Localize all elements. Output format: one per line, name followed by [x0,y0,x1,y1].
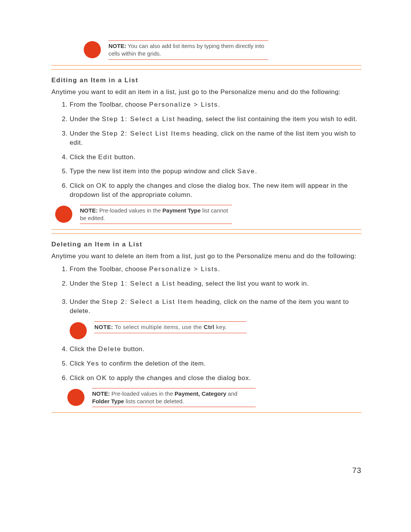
note-bullet-icon [84,41,101,58]
heading-deleting: Deleting an Item in a List [51,241,362,248]
note-text: NOTE: Pre-loaded values in the Payment T… [80,205,232,224]
step: Under the Step 2: Select a List Item hea… [70,297,362,340]
document-page: NOTE: You can also add list items by typ… [0,0,411,498]
step: Click on OK to apply the changes and clo… [70,374,362,383]
divider [51,233,362,234]
intro-editing: Anytime you want to edit an item in a li… [51,88,362,97]
step: Click the Delete button. [70,345,362,354]
step: From the Toolbar, choose Personalize > L… [70,265,362,274]
step: Under the Step 1: Select a List heading,… [70,279,362,288]
steps-editing: From the Toolbar, choose Personalize > L… [51,100,362,199]
note-bullet-icon [55,206,72,223]
steps-deleting: From the Toolbar, choose Personalize > L… [51,265,362,383]
note-label: NOTE: [92,390,110,397]
divider [51,229,362,230]
note-bullet-icon [70,322,87,339]
note-label: NOTE: [80,207,98,214]
note-label: NOTE: [108,43,126,49]
note-ctrl-key: NOTE: To select multiple items, use the … [70,321,362,339]
heading-editing: Editing an Item in a List [51,77,362,84]
note-text: NOTE: To select multiple items, use the … [94,321,247,333]
step: Click Yes to confirm the deletion of the… [70,359,362,368]
note-bullet-icon [67,389,84,406]
step: From the Toolbar, choose Personalize > L… [70,100,362,109]
note-edit-restriction: NOTE: Pre-loaded values in the Payment T… [55,205,362,224]
divider [51,412,362,413]
intro-deleting: Anytime you want to delete an item from … [51,252,362,261]
note-text: NOTE: Pre-loaded values in the Payment, … [92,388,256,407]
note-delete-restriction: NOTE: Pre-loaded values in the Payment, … [67,388,362,407]
note-text: NOTE: You can also add list items by typ… [108,40,268,60]
note-label: NOTE: [94,324,113,330]
note-add-items: NOTE: You can also add list items by typ… [84,40,362,60]
step: Click on OK to apply the changes and clo… [70,181,362,200]
divider [51,65,362,66]
note-body: You can also add list items by typing th… [108,43,264,57]
step: Under the Step 2: Select List Items head… [70,129,362,147]
page-number: 73 [51,466,362,475]
step: Under the Step 1: Select a List heading,… [70,115,362,124]
divider [51,69,362,70]
step: Click the Edit button. [70,153,362,162]
step: Type the new list item into the popup wi… [70,167,362,176]
